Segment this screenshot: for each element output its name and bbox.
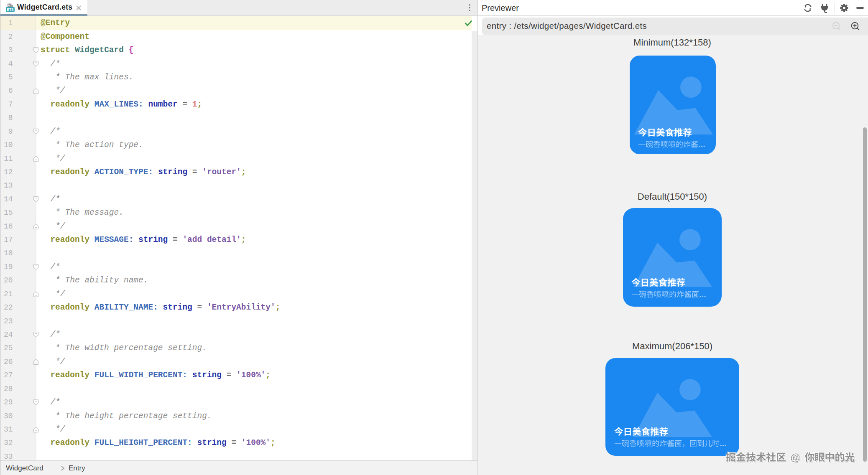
svg-text:ETS: ETS [7, 8, 14, 12]
